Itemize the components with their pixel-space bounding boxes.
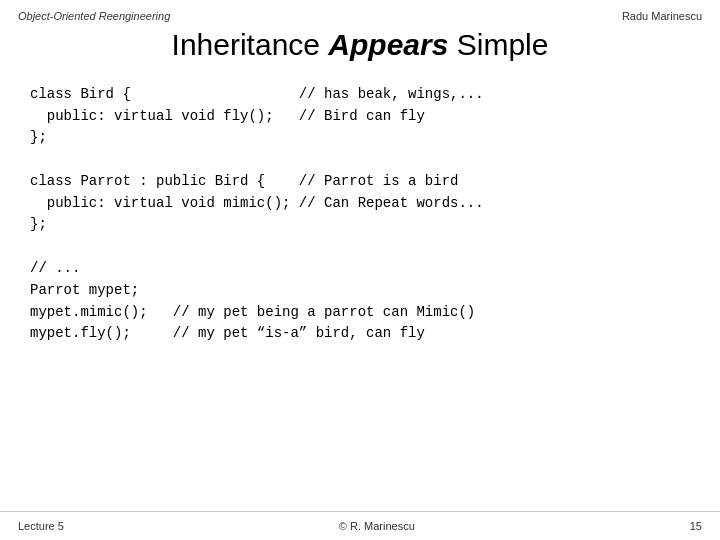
code-line: public: virtual void fly(); // Bird can … [30,106,690,128]
footer-lecture: Lecture 5 [18,520,64,532]
slide-footer: Lecture 5 © R. Marinescu 15 [0,511,720,540]
slide-header: Object-Oriented Reengineering Radu Marin… [0,0,720,22]
code-line: }; [30,214,690,236]
code-line: class Parrot : public Bird { // Parrot i… [30,171,690,193]
code-line: // ... [30,258,690,280]
code-block-2: class Parrot : public Bird { // Parrot i… [30,171,690,236]
title-area: Inheritance Appears Simple [0,28,720,62]
title-italic: Appears [328,28,448,61]
title-suffix: Simple [448,28,548,61]
title-prefix: Inheritance [172,28,329,61]
code-block-1: class Bird { // has beak, wings,... publ… [30,84,690,149]
code-line: public: virtual void mimic(); // Can Rep… [30,193,690,215]
code-block-3: // ... Parrot mypet; mypet.mimic(); // m… [30,258,690,345]
code-line: mypet.mimic(); // my pet being a parrot … [30,302,690,324]
code-line: Parrot mypet; [30,280,690,302]
slide-content: class Bird { // has beak, wings,... publ… [0,84,720,345]
footer-copyright: © R. Marinescu [339,520,415,532]
footer-page-number: 15 [690,520,702,532]
code-line: }; [30,127,690,149]
author-name: Radu Marinescu [622,10,702,22]
slide-title: Inheritance Appears Simple [0,28,720,62]
code-line: mypet.fly(); // my pet “is-a” bird, can … [30,323,690,345]
code-line: class Bird { // has beak, wings,... [30,84,690,106]
slide: Object-Oriented Reengineering Radu Marin… [0,0,720,540]
course-title: Object-Oriented Reengineering [18,10,170,22]
